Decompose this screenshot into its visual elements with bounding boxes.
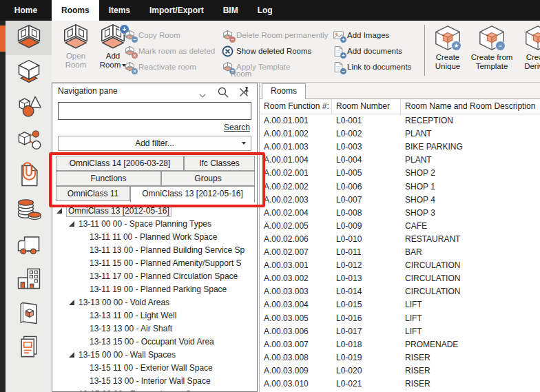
- sidebar-item-reports[interactable]: [6, 331, 52, 365]
- tree-item[interactable]: 13-11 19 00 - Planned Parking Space: [52, 283, 258, 296]
- tree-item[interactable]: 13-11 11 00 - Planned Work Space: [52, 231, 258, 244]
- copy-room-button[interactable]: −Copy Room: [124, 28, 180, 42]
- table-row[interactable]: A.00.03.003L0-014CIRCULATION: [260, 285, 540, 298]
- mark-room-as-deleted-button[interactable]: ×Mark room as deleted: [124, 44, 215, 58]
- add-images-button[interactable]: +Add Images: [333, 28, 389, 42]
- tree-item[interactable]: 13-15 13 00 - Interior Wall Space: [52, 375, 258, 388]
- search-chevron-icon[interactable]: [199, 90, 206, 94]
- column-header-room-name-and-room-description[interactable]: Room Name and Room Description: [401, 99, 540, 114]
- delete-room-permanently-button[interactable]: −Delete Room permanently: [222, 28, 329, 42]
- search-icon[interactable]: [217, 86, 229, 99]
- room-name-cell: CIRCULATION: [401, 285, 540, 298]
- room-name-cell: PLANT: [401, 154, 540, 167]
- button-label: Copy Room: [138, 31, 180, 39]
- expanded-arrow-icon[interactable]: [56, 208, 62, 214]
- column-header-room-function[interactable]: Room Function #:: [260, 99, 332, 114]
- column-header-room-number[interactable]: Room Number: [332, 99, 401, 114]
- table-row[interactable]: A.00.01.003L0-003BIKE PARKING: [260, 141, 540, 154]
- room-number-cell: L0-014: [332, 285, 401, 298]
- menu-tab-items[interactable]: Items: [99, 0, 140, 21]
- menu-home[interactable]: Home: [0, 0, 52, 21]
- add-documents-icon: +: [333, 45, 344, 57]
- sidebar-item-shapes[interactable]: [6, 90, 52, 124]
- tree-item[interactable]: 13-17 00 00 - Encroachment Spaces: [52, 388, 258, 392]
- table-row[interactable]: A.00.03.010L0-021RISER: [260, 378, 540, 391]
- classification-tab-functions[interactable]: Functions: [56, 171, 161, 186]
- search-input[interactable]: [58, 102, 251, 120]
- menu-tab-rooms[interactable]: Rooms: [52, 0, 99, 21]
- table-row[interactable]: A.00.02.002L0-006SHOP 1: [260, 180, 540, 194]
- table-row[interactable]: A.00.03.001L0-012CIRCULATION: [260, 259, 540, 272]
- table-row[interactable]: A.00.03.005L0-016LIFT: [260, 312, 540, 325]
- room-number-cell: L0-010: [332, 233, 401, 246]
- table-row[interactable]: A.00.03.009L0-020RISER: [260, 364, 540, 378]
- tree-item[interactable]: 13-13 11 00 - Light Well: [52, 309, 258, 322]
- table-row[interactable]: A.00.02.004L0-008SHOP 3: [260, 207, 540, 220]
- table-row[interactable]: A.00.02.007L0-011BAR: [260, 246, 540, 259]
- sidebar-item-attachments[interactable]: [6, 158, 52, 193]
- create-from-template-button[interactable]: =Create from Template: [469, 24, 515, 79]
- expanded-arrow-icon[interactable]: [69, 221, 74, 227]
- tree-item[interactable]: 13-15 11 00 - Exterior Wall Space: [52, 362, 258, 375]
- sidebar-item-items[interactable]: [6, 55, 52, 90]
- add-documents-button[interactable]: +Add documents: [333, 44, 402, 58]
- table-row[interactable]: A.00.01.002L0-002PLANT: [260, 127, 540, 141]
- create-unique-button[interactable]: ★Create Unique: [428, 24, 468, 79]
- table-row[interactable]: A.00.01.004L0-004PLANT: [260, 154, 540, 167]
- menu-tab-import-export[interactable]: Import/Export: [140, 0, 214, 21]
- menu-tab-bim[interactable]: BIM: [214, 0, 248, 21]
- table-row[interactable]: A.00.03.004L0-015LIFT: [260, 298, 540, 311]
- table-row[interactable]: A.00.03.006L0-017LIFT: [260, 325, 540, 338]
- tree-item[interactable]: 13-11 17 00 - Planned Circulation Space: [52, 270, 258, 283]
- tree-item-label: 13-11 13 00 - Planned Building Service S…: [90, 244, 245, 257]
- search-link[interactable]: Search: [224, 123, 250, 132]
- link-to-documents-button[interactable]: −Link to documents: [333, 60, 411, 74]
- show-deleted-rooms-button[interactable]: Show deleted Rooms: [222, 44, 311, 58]
- expanded-arrow-icon[interactable]: [69, 352, 74, 358]
- clear-search-icon[interactable]: [238, 86, 250, 99]
- table-row[interactable]: A.00.02.001L0-005SHOP 2: [260, 167, 540, 180]
- add-filter-dropdown[interactable]: Add filter...: [58, 136, 251, 151]
- room-name-cell: RISER: [401, 378, 540, 391]
- tree-item[interactable]: 13-13 00 00 - Void Areas: [52, 296, 258, 309]
- menu-tab-log[interactable]: Log: [248, 0, 282, 21]
- tree-item[interactable]: 13-13 13 00 - Air Shaft: [52, 322, 258, 336]
- create-derived-button[interactable]: ✎Create Derived: [519, 24, 540, 79]
- open-room-button[interactable]: Open Room: [59, 23, 93, 79]
- table-row[interactable]: A.00.02.005L0-009CAFE: [260, 220, 540, 233]
- sidebar-item-buildings[interactable]: [6, 262, 52, 296]
- sidebar-strip: [0, 21, 6, 392]
- table-row[interactable]: A.00.02.006L0-010RESTAURANT: [260, 233, 540, 246]
- classification-tab-omniclass-13-2012-05-16[interactable]: OmniClass 13 [2012-05-16]: [130, 186, 255, 203]
- sidebar-item-logistics[interactable]: [6, 227, 52, 262]
- button-label: Add Images: [347, 31, 389, 39]
- tree-item[interactable]: 13-13 15 00 - Occupant Void Area: [52, 336, 258, 349]
- sidebar-item-linked-objects[interactable]: [6, 124, 52, 158]
- table-row[interactable]: A.00.03.007L0-018PROMENADE: [260, 338, 540, 351]
- table-row[interactable]: A.00.01.001L0-001RECEPTION: [260, 114, 540, 127]
- tree-item[interactable]: 13-11 13 00 - Planned Building Service S…: [52, 244, 258, 257]
- classification-tab-groups[interactable]: Groups: [161, 171, 255, 186]
- tree-item[interactable]: 13-11 15 00 - Planned Amenity/Support S: [52, 257, 258, 270]
- sidebar-item-rooms[interactable]: [6, 21, 52, 55]
- table-row[interactable]: A.00.03.002L0-013CIRCULATION: [260, 272, 540, 285]
- tree-item[interactable]: 13-11 00 00 - Space Planning Types: [52, 218, 258, 231]
- tab-rooms[interactable]: Rooms: [262, 83, 306, 99]
- table-row[interactable]: A.00.03.008L0-019RISER: [260, 351, 540, 364]
- tree-item[interactable]: 13-15 00 00 - Wall Spaces: [52, 349, 258, 362]
- room-name-cell: BIKE PARKING: [401, 141, 540, 154]
- sidebar-item-catalog[interactable]: [6, 296, 52, 331]
- badge: ×: [132, 68, 138, 74]
- table-row[interactable]: A.00.02.003L0-007SHOP 4: [260, 194, 540, 207]
- badge: +: [340, 37, 346, 43]
- open-room-label: Open Room: [59, 52, 93, 70]
- classification-tab-omniclass-11[interactable]: OmniClass 11: [56, 186, 130, 201]
- reactivate-room-button[interactable]: ×Reactivate room: [124, 60, 196, 74]
- tree-item[interactable]: OmniClass 13 [2012-05-16]: [52, 205, 258, 218]
- sidebar-item-finance[interactable]: [6, 193, 52, 227]
- classification-tab-omniclass-14-2006-03-28[interactable]: OmniClass 14 [2006-03-28]: [56, 156, 184, 171]
- expanded-arrow-icon[interactable]: [69, 300, 74, 305]
- button-label: Link to documents: [347, 63, 411, 71]
- classification-tab-ifc-classes[interactable]: Ifc Classes: [184, 156, 255, 171]
- tree-item-label: 13-13 15 00 - Occupant Void Area: [90, 336, 214, 349]
